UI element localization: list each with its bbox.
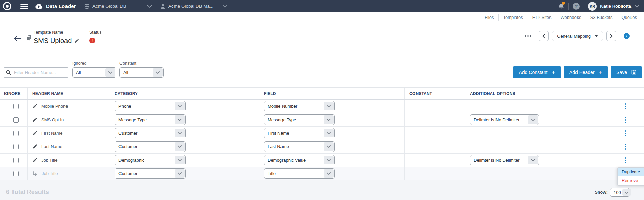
category-select[interactable]: Demographic [115, 155, 186, 165]
row-menu-kebab-icon[interactable] [625, 103, 626, 109]
nav-link-files[interactable]: Files [480, 14, 498, 21]
edit-pencil-icon[interactable] [32, 144, 37, 149]
field-select[interactable]: Mobile Number [264, 101, 335, 111]
row-menu-kebab-icon[interactable] [625, 144, 626, 150]
secondary-nav: Files Templates FTP Sites Webhooks S3 Bu… [0, 12, 644, 23]
chevron-down-icon [147, 5, 152, 8]
user-avatar[interactable]: KR [588, 2, 597, 11]
user-menu-chevron-icon[interactable] [635, 5, 639, 8]
constant-cell [405, 113, 465, 126]
table-row: SMS Opt In Message Type Message Type Del… [0, 113, 644, 127]
row-menu-kebab-icon[interactable] [625, 117, 626, 123]
ignored-filter-select[interactable]: All [72, 67, 116, 78]
category-select[interactable]: Customer [115, 128, 186, 138]
previous-mapping-button[interactable] [539, 31, 549, 41]
category-select[interactable]: Message Type [115, 114, 186, 125]
additional-options-select[interactable]: Delimter is No Delimiter [470, 155, 539, 165]
nav-link-queues[interactable]: Queues [617, 14, 641, 21]
navbar-divider [568, 3, 569, 10]
header-controls: General Mapping i [525, 31, 630, 41]
row-menu-kebab-icon[interactable] [625, 157, 626, 163]
map-selector[interactable]: Acme Global DB Ma... [160, 0, 228, 12]
nav-link-s3-buckets[interactable]: S3 Buckets [586, 14, 617, 21]
header-name-value: Job Title [42, 171, 58, 176]
header-name-value: Last Name [41, 144, 62, 149]
add-header-button[interactable]: Add Header+ [564, 66, 608, 78]
column-header-additional-options: ADDITIONAL OPTIONS [465, 88, 612, 99]
table-row: Last Name Customer Last Name [0, 140, 644, 154]
table-row-duplicate: Job Title Customer Title [0, 167, 644, 180]
field-select[interactable]: First Name [264, 128, 335, 138]
category-select[interactable]: Customer [115, 168, 186, 179]
notification-badge [562, 2, 565, 5]
brand-logo-icon[interactable] [3, 2, 11, 10]
header-name-value: Job Title [41, 158, 57, 163]
chevron-down-icon [223, 5, 227, 8]
constant-filter-label: Constant [119, 61, 164, 66]
chevron-down-icon [324, 142, 334, 151]
row-checkbox[interactable] [13, 117, 19, 123]
nav-link-ftp-sites[interactable]: FTP Sites [528, 14, 556, 21]
help-icon[interactable]: ? [573, 3, 580, 10]
page-size-value: 100 [610, 190, 621, 195]
row-checkbox[interactable] [13, 158, 19, 163]
edit-template-name-icon[interactable] [74, 39, 79, 43]
constant-filter-select[interactable]: All [119, 67, 164, 78]
row-checkbox[interactable] [13, 131, 19, 136]
edit-pencil-icon[interactable] [32, 131, 37, 136]
category-select[interactable]: Phone [115, 101, 186, 111]
database-selector[interactable]: Acme Global DB [84, 0, 152, 12]
mapping-view-dropdown[interactable]: General Mapping [552, 31, 603, 41]
header-name-value: Mobile Phone [41, 104, 68, 109]
more-options-icon[interactable] [525, 35, 531, 37]
edit-pencil-icon[interactable] [32, 117, 37, 122]
filter-header-name-input[interactable] [3, 67, 69, 78]
table-row: Job Title Demographic Demographic Value … [0, 154, 644, 167]
chevron-down-icon [175, 115, 185, 124]
copy-template-icon[interactable] [26, 35, 32, 42]
info-icon[interactable]: i [624, 33, 630, 39]
notifications-bell-icon[interactable] [558, 3, 564, 10]
next-mapping-button[interactable] [606, 31, 616, 41]
chevron-down-icon [528, 115, 538, 124]
chevron-down-icon [175, 169, 185, 178]
back-arrow-icon[interactable] [14, 36, 22, 41]
additional-options-select[interactable]: Delimter is No Delimiter [470, 114, 539, 125]
constant-cell [405, 154, 465, 167]
field-select[interactable]: Demographic Value [264, 155, 335, 165]
nav-link-webhooks[interactable]: Webhooks [556, 14, 586, 21]
action-buttons: Add Constant+ Add Header+ Save [513, 66, 642, 78]
field-select[interactable]: Title [264, 168, 335, 179]
row-checkbox[interactable] [13, 144, 19, 149]
row-checkbox[interactable] [13, 171, 19, 176]
save-button[interactable]: Save [611, 66, 642, 78]
person-icon [160, 4, 165, 9]
page-size-select[interactable]: 100 [610, 188, 630, 197]
field-select[interactable]: Last Name [264, 141, 335, 152]
chevron-down-icon [324, 115, 334, 124]
edit-pencil-icon[interactable] [32, 158, 37, 163]
save-disk-icon [631, 70, 636, 75]
hamburger-menu-icon[interactable] [20, 4, 28, 9]
category-select[interactable]: Customer [115, 141, 186, 152]
database-icon [84, 4, 89, 9]
table-row: First Name Customer First Name [0, 127, 644, 140]
row-context-menu: Duplicate Remove [617, 167, 644, 186]
field-select[interactable]: Message Type [264, 114, 335, 125]
context-menu-duplicate[interactable]: Duplicate [618, 168, 644, 176]
add-constant-button[interactable]: Add Constant+ [513, 66, 561, 78]
row-menu-kebab-icon[interactable] [625, 130, 626, 136]
mapping-table: IGNORE HEADER NAME CATEGORY FIELD CONSTA… [0, 87, 644, 180]
additional-options-cell [465, 127, 612, 140]
template-name-group: Template Name SMS Upload [34, 29, 79, 45]
constant-cell [405, 140, 465, 153]
chevron-down-icon [105, 68, 115, 77]
chevron-down-icon [153, 68, 163, 77]
caret-down-icon [595, 35, 598, 37]
context-menu-remove[interactable]: Remove [618, 176, 644, 185]
page-size-group: Show: 100 [595, 188, 630, 197]
row-checkbox[interactable] [13, 104, 19, 109]
nav-link-templates[interactable]: Templates [498, 14, 527, 21]
edit-pencil-icon[interactable] [32, 104, 37, 109]
column-header-constant: CONSTANT [405, 88, 465, 99]
